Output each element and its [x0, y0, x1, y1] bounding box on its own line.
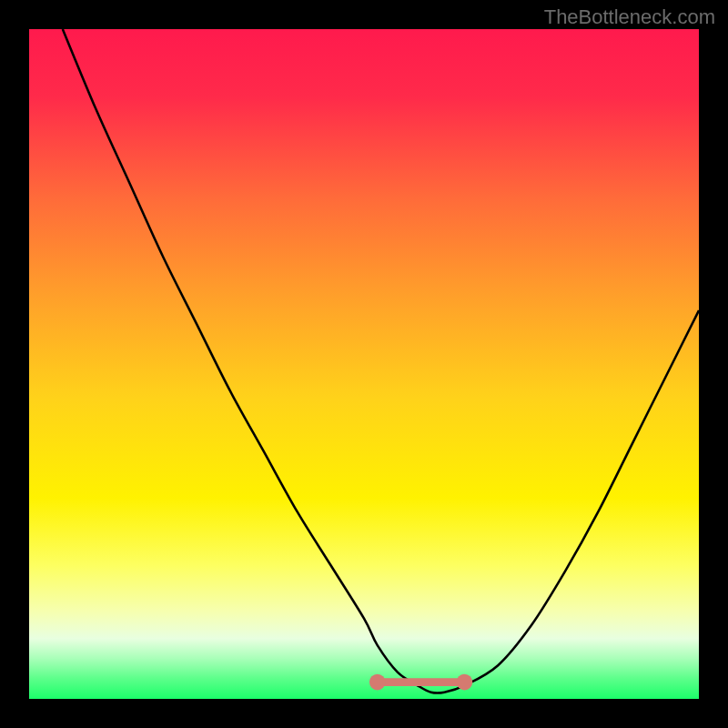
bottleneck-curve: [63, 29, 699, 693]
watermark-text: TheBottleneck.com: [544, 5, 715, 29]
svg-point-2: [457, 674, 473, 691]
svg-point-1: [369, 674, 386, 691]
curve-layer: [29, 29, 699, 699]
plot-area: [29, 29, 699, 699]
